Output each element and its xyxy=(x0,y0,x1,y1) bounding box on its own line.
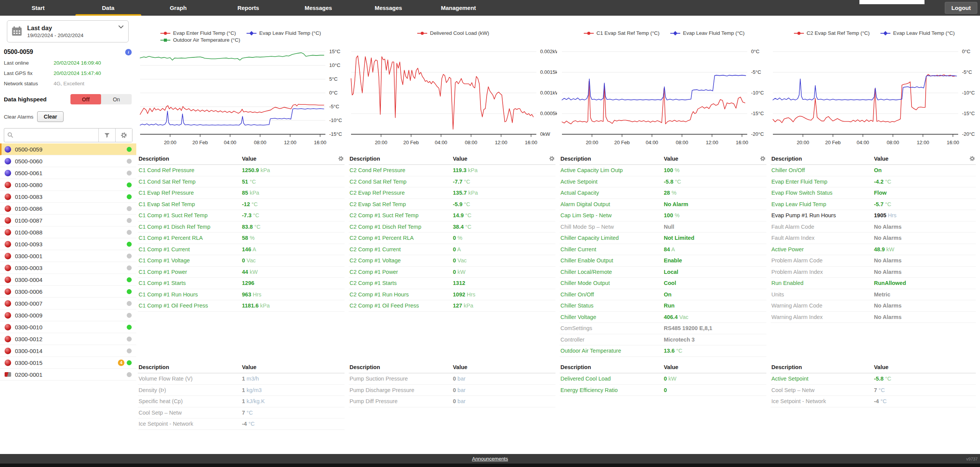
device-label: 0100-0087 xyxy=(15,217,42,224)
device-list-item[interactable]: 0300-00154 xyxy=(0,357,136,369)
chart-legend: Delivered Cool Load (kW) xyxy=(416,29,489,46)
row-label: Chill Mode Sp – Netw xyxy=(560,224,664,230)
row-label: C2 Comp #1 Power xyxy=(349,269,453,275)
row-label: Ice Setpoint - Network xyxy=(771,398,874,404)
header-value: Value xyxy=(242,156,345,162)
highspeed-off-button[interactable]: Off xyxy=(70,94,101,104)
device-list-item[interactable]: 0300-0001 xyxy=(0,250,136,262)
info-icon[interactable]: i xyxy=(125,49,132,55)
tab-reports[interactable]: Reports xyxy=(213,0,283,16)
row-label: Units xyxy=(771,291,874,298)
row-unit: °C xyxy=(252,201,258,207)
device-list-item[interactable]: 0300-0003 xyxy=(0,262,136,274)
legend-marker-circle-icon xyxy=(583,31,595,36)
tab-start[interactable]: Start xyxy=(3,0,73,16)
device-list-item[interactable]: 0100-0086 xyxy=(0,203,136,215)
row-label: Chiller Local/Remote xyxy=(560,269,664,275)
tab-messages-2[interactable]: Messages xyxy=(353,0,423,16)
row-unit: kg/m3 xyxy=(247,387,262,393)
row-value: -4 °C xyxy=(242,421,345,427)
device-list-item[interactable]: 0500-0060 xyxy=(0,155,136,167)
tab-management[interactable]: Management xyxy=(423,0,493,16)
device-list-item[interactable]: 0500-0059 xyxy=(0,143,136,155)
device-list-item[interactable]: 0200-0001 xyxy=(0,369,136,381)
device-list-item[interactable]: 0100-0083 xyxy=(0,191,136,203)
row-value: Run xyxy=(664,303,766,309)
header-description: Description xyxy=(138,364,242,370)
row-label: C1 Cond Sat Ref Temp xyxy=(138,179,242,185)
tab-graph[interactable]: Graph xyxy=(143,0,213,16)
device-label: 0100-0088 xyxy=(15,229,42,236)
list-settings-button[interactable] xyxy=(115,129,132,142)
device-list-item[interactable]: 0100-0080 xyxy=(0,179,136,191)
row-value: 119.3 kPa xyxy=(453,167,555,173)
clear-alarms-button[interactable]: Clear xyxy=(37,111,64,122)
device-marker-icon xyxy=(5,288,11,295)
table-row: ComSettingsRS485 19200 E,8,1 xyxy=(560,323,766,334)
table-row: C1 Comp #1 Disch Ref Temp83.8 °C xyxy=(138,221,345,233)
row-label: Evap Enter Fluid Temp xyxy=(771,179,874,185)
status-dot xyxy=(127,230,132,235)
device-list-item[interactable]: 0300-0006 xyxy=(0,286,136,298)
calendar-icon xyxy=(11,26,23,37)
data-highspeed-toggle: Off On xyxy=(70,94,132,104)
device-list-item[interactable]: 0500-0061 xyxy=(0,167,136,179)
date-range-text: Last day 19/02/2024 - 20/02/2024 xyxy=(27,25,83,38)
table-row: Problem Alarm CodeNo Alarms xyxy=(771,255,976,267)
row-label: Chiller On/Off xyxy=(560,291,664,298)
row-value: -7.7 °C xyxy=(453,179,555,185)
device-list-item[interactable]: 0100-0088 xyxy=(0,226,136,238)
status-dot xyxy=(127,348,132,353)
device-header: 0500-0059 i xyxy=(4,49,132,55)
device-list-item[interactable]: 0300-0004 xyxy=(0,274,136,286)
row-value: 1296 xyxy=(242,280,345,286)
table-row: Pump Diff Pressure0 bar xyxy=(349,396,555,407)
gear-icon xyxy=(121,132,127,138)
row-value: Microtech 3 xyxy=(664,337,766,343)
row-unit: °C xyxy=(248,421,255,427)
svg-text:-5°C: -5°C xyxy=(329,104,339,109)
header-value: Value xyxy=(453,156,555,162)
svg-text:-10°C: -10°C xyxy=(751,90,764,96)
status-dot xyxy=(127,182,132,187)
device-list-item[interactable]: 0100-0093 xyxy=(0,238,136,250)
row-value: 0 bar xyxy=(453,387,555,393)
row-label: Volume Flow Rate (V) xyxy=(138,376,242,382)
table-row: Run EnabledRunAllowed xyxy=(771,278,976,289)
status-dot xyxy=(127,289,132,294)
device-list-item[interactable]: 0300-0012 xyxy=(0,333,136,345)
row-value: 0 xyxy=(664,387,766,393)
table-settings-button[interactable] xyxy=(549,156,555,163)
device-list-item[interactable]: 0300-0007 xyxy=(0,298,136,309)
svg-text:08:00: 08:00 xyxy=(254,140,266,145)
device-marker-icon xyxy=(5,146,11,153)
device-list-item[interactable]: 0300-0009 xyxy=(0,309,136,321)
filter-button[interactable] xyxy=(98,129,115,142)
table-row: Cool Setp – Netw7 °C xyxy=(138,407,345,419)
dashboard-column-1: Evap Enter Fluid Temp (°C)Evap Leav Flui… xyxy=(138,29,346,451)
table-row: Chiller Current84 A xyxy=(560,244,766,255)
device-list-item[interactable]: 0300-0010 xyxy=(0,321,136,333)
row-label: C2 Cond Sat Ref Temp xyxy=(349,179,453,185)
tab-data[interactable]: Data xyxy=(73,0,143,16)
tab-messages-1[interactable]: Messages xyxy=(283,0,353,16)
date-range-selector[interactable]: Last day 19/02/2024 - 20/02/2024 xyxy=(7,20,129,42)
data-highspeed-row: Data highspeed Off On xyxy=(4,94,132,104)
device-list-item[interactable]: 0100-0087 xyxy=(0,215,136,226)
announcements-link[interactable]: Announcements xyxy=(472,456,508,462)
legend-item: Evap Leav Fluid Temp (°C) xyxy=(670,30,745,36)
legend-label: Evap Leav Fluid Temp (°C) xyxy=(259,30,321,36)
table-row: Specific heat (Cp)1 kJ/kg.K xyxy=(138,396,345,407)
table-settings-button[interactable] xyxy=(338,156,344,163)
search-input[interactable] xyxy=(4,129,98,142)
row-unit: °C xyxy=(880,398,887,404)
header-value: Value xyxy=(242,364,345,370)
device-list-item[interactable]: 0300-0014 xyxy=(0,345,136,357)
highspeed-on-button[interactable]: On xyxy=(101,94,132,104)
data-table-secondary: DescriptionValueDelivered Cool Load0 kWE… xyxy=(560,361,766,396)
table-settings-button[interactable] xyxy=(760,156,766,163)
row-label: Warning Alarm Index xyxy=(771,314,874,320)
logout-button[interactable]: Logout xyxy=(945,2,977,14)
row-value: 1 m3/h xyxy=(242,376,345,382)
table-settings-button[interactable] xyxy=(969,156,975,163)
